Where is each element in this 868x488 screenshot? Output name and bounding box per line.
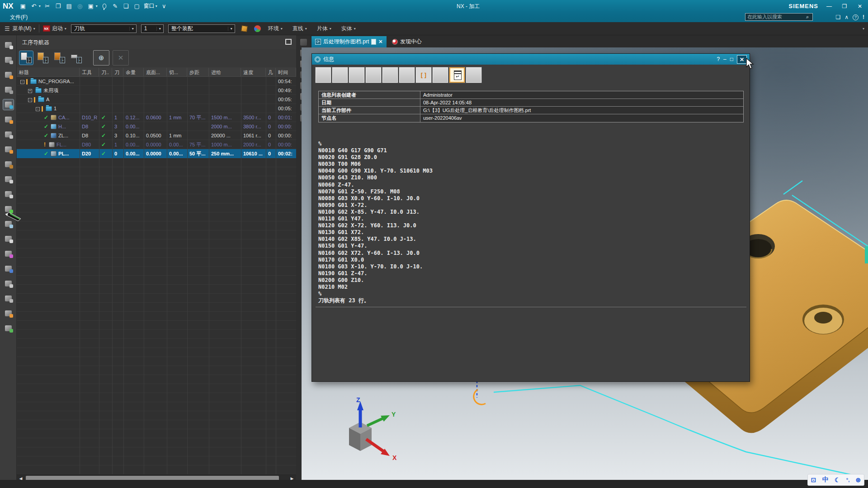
column-header-2[interactable]: 工具 <box>80 68 99 77</box>
row-cell-count[interactable]: 0 <box>266 140 276 149</box>
navigator-row[interactable]: ✓H...D8✓30.00...2000 m...3800 r...000:00… <box>17 122 296 131</box>
column-header-10[interactable]: 速度 <box>241 68 266 77</box>
row-cell-step[interactable]: 50 平... <box>187 149 209 158</box>
collapse-ribbon-icon[interactable]: ∧ <box>844 14 849 20</box>
navigator-row[interactable]: −100:05: <box>17 104 296 113</box>
row-cell-path[interactable] <box>99 86 112 95</box>
info-toolbar-button-3[interactable] <box>349 67 364 83</box>
row-cell-knife[interactable]: 1 <box>112 113 123 122</box>
row-cell-knife[interactable] <box>112 104 123 113</box>
row-cell-floor[interactable] <box>144 122 167 131</box>
find-object-button[interactable]: ⊕ <box>93 50 109 66</box>
program-order-view-button[interactable] <box>19 51 33 65</box>
row-cell-path[interactable] <box>99 77 112 86</box>
row-cell-floor[interactable]: 0.0500 <box>144 131 167 140</box>
row-cell-floor[interactable] <box>144 77 167 86</box>
row-cell-cut[interactable] <box>167 86 187 95</box>
row-cell-floor[interactable]: 0.0600 <box>144 113 167 122</box>
sidebar-part-icon[interactable] <box>3 84 14 95</box>
row-cell-step[interactable] <box>187 104 209 113</box>
sidebar-machining-part-icon[interactable] <box>3 159 14 169</box>
row-cell-path[interactable] <box>99 95 112 104</box>
row-cell-speed[interactable]: 1061 r... <box>241 131 266 140</box>
save-icon[interactable]: ▣ <box>19 2 27 10</box>
ime-toolbar[interactable]: ⊡ 中 ☾ °, ⊛ <box>807 474 864 486</box>
row-cell-knife[interactable]: 1 <box>112 140 123 149</box>
row-cell-time[interactable]: 00:02: <box>276 149 296 158</box>
row-title-cell[interactable]: ✓H... <box>17 122 80 131</box>
save-as-dropdown-icon[interactable]: ▾ <box>96 4 98 8</box>
row-cell-knife[interactable] <box>112 95 123 104</box>
row-cell-time[interactable]: 00:00: <box>276 122 296 131</box>
sidebar-operation-navigator-icon[interactable] <box>3 99 14 110</box>
row-cell-allowance[interactable]: 0.12... <box>123 113 144 122</box>
info-toolbar-button-6[interactable] <box>399 67 415 83</box>
window-menu-caret-icon[interactable]: ▾ <box>156 4 157 8</box>
geometry-view-button[interactable] <box>53 51 66 65</box>
row-cell-floor[interactable] <box>144 86 167 95</box>
tree-expander-icon[interactable]: − <box>36 107 40 111</box>
tab-close-icon[interactable]: ✕ <box>378 39 382 45</box>
row-cell-count[interactable]: 0 <box>266 131 276 140</box>
column-header-12[interactable]: 时间 <box>276 68 296 77</box>
row-cell-knife[interactable]: 0 <box>112 149 123 158</box>
sidebar-visual-effects-icon[interactable] <box>3 263 14 274</box>
row-title-cell[interactable]: −1 <box>17 104 80 113</box>
navigator-row[interactable]: ✓ZL...D8✓30.10...0.05001 mm20000 ...1061… <box>17 131 296 140</box>
tab-discovery-center[interactable]: 发现中心 <box>388 36 425 47</box>
row-cell-tool[interactable]: D10_R <box>80 113 99 122</box>
row-cell-count[interactable] <box>266 86 276 95</box>
information-window[interactable]: 信息 ? ‒ □ ✕ [ ] 信息列表创建者Administrator日期08-… <box>311 53 750 382</box>
row-cell-floor[interactable]: 0.0000 <box>144 140 167 149</box>
row-cell-feed[interactable] <box>209 104 241 113</box>
tree-expander-icon[interactable]: − <box>28 98 32 102</box>
row-cell-knife[interactable]: 3 <box>112 131 123 140</box>
machining-method-view-button[interactable] <box>70 51 83 65</box>
info-toolbar-button-7[interactable]: [ ] <box>416 67 431 83</box>
row-cell-tool[interactable] <box>80 86 99 95</box>
close-button[interactable]: ✕ <box>855 3 864 9</box>
column-header-4[interactable]: 刀 <box>112 68 123 77</box>
window-menu[interactable]: 窗口 <box>144 2 155 10</box>
ime-language-button[interactable]: 中 <box>822 476 829 484</box>
row-cell-allowance[interactable]: 0.10... <box>123 131 144 140</box>
row-cell-time[interactable]: 00:05: <box>276 104 296 113</box>
pie-chart-icon[interactable] <box>254 25 261 32</box>
row-cell-floor[interactable] <box>144 104 167 113</box>
navigator-row[interactable]: −NC_PROGRA...00:54: <box>17 77 296 86</box>
info-toolbar-button-2[interactable] <box>332 67 348 83</box>
sidebar-info-signal-icon[interactable] <box>3 189 14 199</box>
paste-icon[interactable]: ▤ <box>65 2 73 10</box>
info-maximize-icon[interactable]: □ <box>730 56 733 62</box>
sidebar-assembly-icon[interactable] <box>3 55 14 65</box>
sidebar-animation-play-icon[interactable] <box>3 70 14 80</box>
column-header-3[interactable]: 刀.. <box>99 68 112 77</box>
row-cell-speed[interactable] <box>241 104 266 113</box>
info-toolbar-button-1[interactable] <box>316 67 331 83</box>
row-cell-count[interactable]: 0 <box>266 122 276 131</box>
undo-dropdown-icon[interactable]: ▾ <box>39 4 41 8</box>
column-header-9[interactable]: 进给 <box>209 68 241 77</box>
row-cell-feed[interactable]: 1000 m... <box>209 140 241 149</box>
row-cell-cut[interactable]: 1 mm <box>167 131 187 140</box>
ribbon-dropdown-1[interactable]: 环境▾ <box>268 25 283 33</box>
tree-expander-icon[interactable]: − <box>20 80 24 84</box>
ribbon-dropdown-3[interactable]: 片体▾ <box>317 25 331 33</box>
machine-tool-view-button[interactable] <box>36 51 50 65</box>
ime-punctuation-icon[interactable]: °, <box>846 477 849 483</box>
tab-part-file[interactable]: ⟳后处理制作图档.prt✕ <box>311 36 387 47</box>
row-cell-allowance[interactable]: 0.00... <box>123 149 144 158</box>
row-cell-feed[interactable]: 20000 ... <box>209 131 241 140</box>
row-cell-path[interactable] <box>99 104 112 113</box>
ribbon-dropdown-2[interactable]: 直线▾ <box>292 25 307 33</box>
row-cell-speed[interactable]: 10610 ... <box>241 149 266 158</box>
navigator-row[interactable]: −A00:05: <box>17 95 296 104</box>
copy-icon[interactable]: ❐ <box>54 2 62 10</box>
column-header-8[interactable]: 步距 <box>187 68 209 77</box>
row-cell-knife[interactable]: 3 <box>112 122 123 131</box>
row-cell-tool[interactable]: D80 <box>80 140 99 149</box>
row-title-cell[interactable]: −NC_PROGRA... <box>17 77 80 86</box>
row-cell-knife[interactable] <box>112 86 123 95</box>
menu-hamburger-icon[interactable]: ☰ <box>5 25 10 32</box>
row-cell-step[interactable]: 75 平... <box>187 140 209 149</box>
